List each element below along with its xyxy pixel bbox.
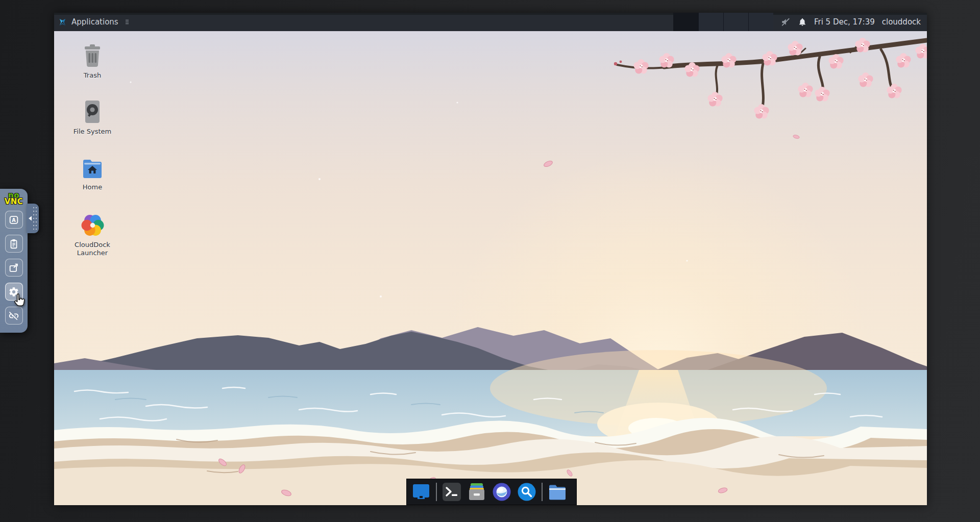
- handle-grip-icon: [27, 204, 39, 233]
- workspace-3[interactable]: [723, 13, 748, 31]
- fullscreen-button[interactable]: [5, 259, 23, 277]
- workspace-switcher: [673, 13, 773, 31]
- novnc-control-bar: no VNC A: [0, 189, 28, 333]
- wallpaper-scene: [54, 31, 927, 505]
- vnc-remote-screen: Applications: [54, 13, 927, 505]
- audio-muted-icon[interactable]: [780, 17, 791, 27]
- settings-gear-button[interactable]: [5, 283, 23, 301]
- novnc-logo-vnc: VNC: [5, 198, 23, 205]
- show-desktop-icon[interactable]: [411, 482, 431, 502]
- search-icon[interactable]: [517, 482, 537, 502]
- desktop-icon-home[interactable]: Home: [54, 157, 131, 191]
- home-folder-icon: [80, 157, 105, 180]
- dock: [406, 479, 577, 505]
- desktop-icon-trash[interactable]: Trash: [54, 43, 131, 80]
- workspace-4[interactable]: [748, 13, 773, 31]
- disconnect-button[interactable]: [5, 307, 23, 325]
- cherry-blossom-branch: [614, 38, 927, 119]
- novnc-logo: no VNC: [5, 192, 23, 205]
- desktop-icon-file-system[interactable]: File System: [54, 100, 131, 136]
- keyboard-extra-keys-button[interactable]: A: [5, 211, 23, 229]
- taskbar-clock[interactable]: Fri 5 Dec, 17:39: [814, 17, 875, 27]
- svg-text:A: A: [12, 217, 16, 222]
- filesystem-drive-icon: [81, 100, 104, 124]
- taskbar-hostname: clouddock: [882, 17, 921, 27]
- desktop-icon-clouddock-launcher[interactable]: CloudDock Launcher: [54, 213, 131, 257]
- clipboard-icon: [8, 238, 19, 250]
- workspace-2[interactable]: [698, 13, 723, 31]
- clouddock-launcher-icon: [81, 213, 105, 237]
- taskbar: Applications: [54, 13, 927, 31]
- applications-pinwheel-icon: [58, 18, 67, 27]
- settings-gear-icon: [8, 286, 19, 297]
- desktop-icon-label: CloudDock Launcher: [69, 241, 116, 257]
- dock-separator: [436, 483, 437, 501]
- web-browser-icon[interactable]: [492, 482, 512, 502]
- control-bar-handle[interactable]: [27, 204, 39, 233]
- workspace-1[interactable]: [673, 13, 698, 31]
- menu-lines-icon: [124, 19, 130, 25]
- desktop-icon-label: Home: [83, 183, 102, 191]
- desktop-icon-label: File System: [74, 128, 111, 136]
- desktop-icon-label: Trash: [84, 71, 101, 80]
- keyboard-extra-keys-icon: A: [8, 214, 19, 226]
- notification-bell-icon[interactable]: [798, 17, 807, 27]
- disconnect-broken-link-icon: [8, 310, 19, 321]
- trash-icon: [81, 43, 104, 68]
- applications-menu-label: Applications: [71, 17, 118, 27]
- file-archive-icon[interactable]: [467, 482, 487, 502]
- applications-menu-button[interactable]: Applications: [54, 13, 136, 31]
- fullscreen-icon: [8, 262, 19, 274]
- dock-separator: [542, 483, 543, 501]
- wallpaper: [54, 31, 927, 505]
- terminal-icon[interactable]: [442, 482, 462, 502]
- file-manager-folder-icon[interactable]: [547, 482, 568, 502]
- clipboard-button[interactable]: [5, 235, 23, 253]
